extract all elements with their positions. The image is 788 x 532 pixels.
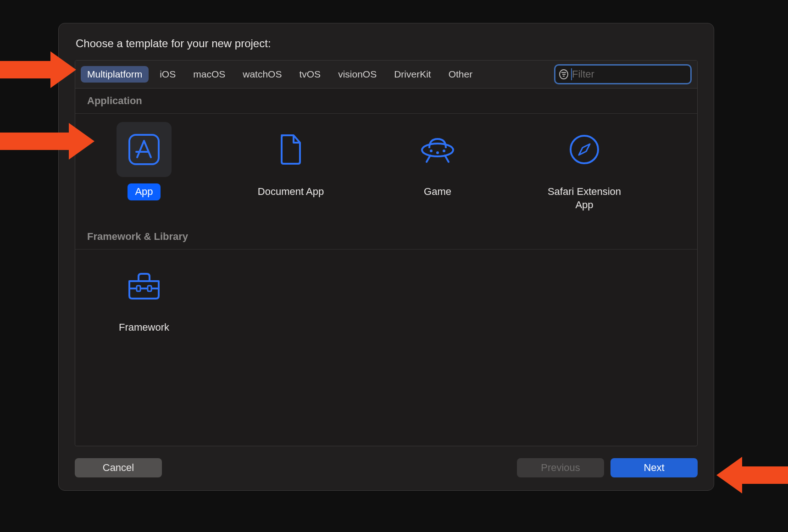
template-label: Framework [113, 319, 175, 336]
template-label: App [128, 183, 160, 200]
tab-macos[interactable]: macOS [187, 66, 232, 83]
tab-ios[interactable]: iOS [153, 66, 182, 83]
app-icon [128, 133, 160, 166]
template-label: Document App [252, 183, 329, 200]
compass-icon [568, 133, 600, 166]
platform-tab-bar: Multiplatform iOS macOS watchOS tvOS vis… [75, 61, 697, 89]
tab-other[interactable]: Other [442, 66, 479, 83]
svg-rect-0 [129, 135, 159, 164]
svg-point-4 [443, 150, 445, 152]
next-button[interactable]: Next [610, 458, 698, 477]
template-app[interactable]: App [98, 122, 190, 213]
svg-rect-9 [148, 286, 151, 291]
svg-rect-8 [137, 286, 140, 291]
section-header-application: Application [75, 89, 697, 114]
ufo-icon [419, 134, 456, 165]
document-icon [278, 133, 304, 166]
dialog-title: Choose a template for your new project: [76, 37, 698, 50]
toolbox-icon [126, 270, 162, 300]
section-header-framework: Framework & Library [75, 224, 697, 249]
svg-line-6 [445, 155, 449, 162]
template-grid-framework: Framework [75, 249, 697, 347]
template-document-app[interactable]: Document App [245, 122, 337, 213]
annotation-arrow-tabs [0, 51, 76, 88]
svg-point-1 [422, 144, 453, 156]
template-game[interactable]: Game [392, 122, 483, 213]
template-framework[interactable]: Framework [98, 258, 190, 336]
tab-multiplatform[interactable]: Multiplatform [81, 66, 149, 83]
cancel-button[interactable]: Cancel [75, 458, 162, 477]
template-safari-extension-app[interactable]: Safari Extension App [538, 122, 630, 213]
tab-driverkit[interactable]: DriverKit [388, 66, 438, 83]
new-project-template-dialog: Choose a template for your new project: … [58, 23, 714, 491]
svg-point-7 [571, 136, 598, 163]
tab-visionos[interactable]: visionOS [332, 66, 383, 83]
dialog-footer: Cancel Previous Next [75, 446, 698, 477]
annotation-arrow-next [716, 457, 788, 493]
template-scroll-area[interactable]: Application App [75, 89, 697, 446]
previous-button[interactable]: Previous [517, 458, 604, 477]
filter-field-wrap[interactable] [554, 64, 692, 84]
filter-input[interactable] [572, 68, 687, 80]
tab-tvos[interactable]: tvOS [293, 66, 327, 83]
svg-line-5 [427, 155, 430, 162]
template-chooser-box: Multiplatform iOS macOS watchOS tvOS vis… [75, 60, 698, 446]
template-label: Safari Extension App [538, 183, 630, 213]
filter-icon [559, 69, 568, 79]
tab-watchos[interactable]: watchOS [236, 66, 288, 83]
annotation-arrow-template [0, 123, 94, 160]
template-label: Game [418, 183, 457, 200]
svg-point-2 [430, 150, 433, 152]
svg-point-3 [436, 151, 439, 154]
template-grid-application: App Document App [75, 114, 697, 224]
